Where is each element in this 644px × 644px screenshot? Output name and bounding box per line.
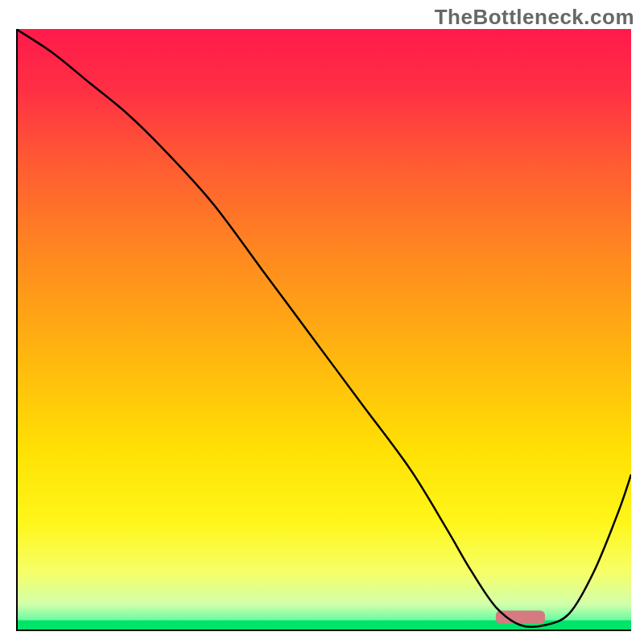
chart-container: TheBottleneck.com [0,0,644,644]
plot-svg [16,29,631,631]
watermark-text: TheBottleneck.com [435,5,634,30]
gradient-background [16,29,631,631]
plot-area [16,29,631,631]
optimal-marker [496,611,545,624]
